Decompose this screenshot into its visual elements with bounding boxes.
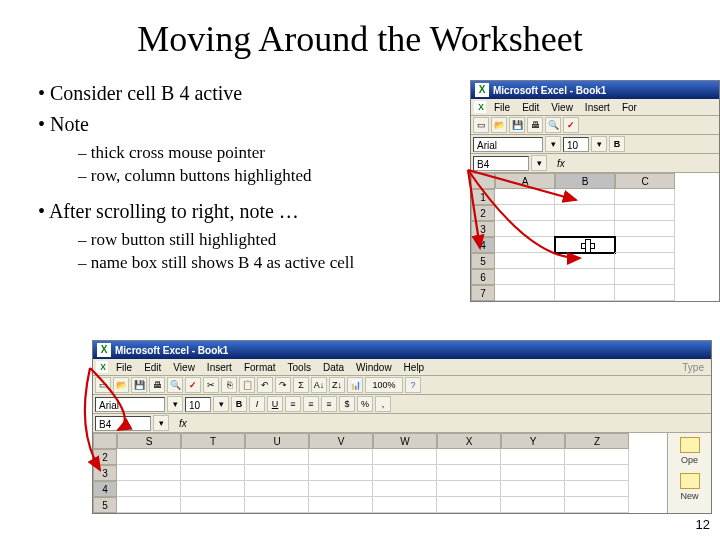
row2-4[interactable]: 4 xyxy=(93,481,117,497)
col-header-b[interactable]: B xyxy=(555,173,615,189)
preview-button[interactable]: 🔍 xyxy=(545,117,561,133)
font-name-dropdown-icon-2[interactable]: ▾ xyxy=(167,396,183,412)
menu2-window[interactable]: Window xyxy=(351,361,397,374)
row2-5[interactable]: 5 xyxy=(93,497,117,513)
slide-body: Consider cell B 4 active Note thick cros… xyxy=(38,80,354,285)
copy-button[interactable]: ⎘ xyxy=(221,377,237,393)
menu2-view[interactable]: View xyxy=(168,361,200,374)
align-right-button[interactable]: ≡ xyxy=(321,396,337,412)
font-size-box[interactable]: 10 xyxy=(563,137,589,152)
row2-2[interactable]: 2 xyxy=(93,449,117,465)
col2-v[interactable]: V xyxy=(309,433,373,449)
spell-button-2[interactable]: ✓ xyxy=(185,377,201,393)
menu2-format[interactable]: Format xyxy=(239,361,281,374)
font-size-box-2[interactable]: 10 xyxy=(185,397,211,412)
redo-button[interactable]: ↷ xyxy=(275,377,291,393)
row-header-6[interactable]: 6 xyxy=(471,269,495,285)
bold-button-2[interactable]: B xyxy=(231,396,247,412)
font-name-dropdown-icon[interactable]: ▾ xyxy=(545,136,561,152)
align-left-button[interactable]: ≡ xyxy=(285,396,301,412)
title-bar-text-2: Microsoft Excel - Book1 xyxy=(115,345,228,356)
select-all-corner[interactable] xyxy=(471,173,495,189)
font-name-box-2[interactable]: Arial xyxy=(95,397,165,412)
preview-button-2[interactable]: 🔍 xyxy=(167,377,183,393)
currency-button[interactable]: $ xyxy=(339,396,355,412)
row-header-2[interactable]: 2 xyxy=(471,205,495,221)
col-header-a[interactable]: A xyxy=(495,173,555,189)
col2-z[interactable]: Z xyxy=(565,433,629,449)
col-header-c[interactable]: C xyxy=(615,173,675,189)
select-all-corner-2[interactable] xyxy=(93,433,117,449)
new-button-2[interactable]: ▭ xyxy=(95,377,111,393)
col2-x[interactable]: X xyxy=(437,433,501,449)
save-button[interactable]: 💾 xyxy=(509,117,525,133)
taskpane-new[interactable]: New xyxy=(680,473,700,501)
excel-app-icon: X xyxy=(475,83,489,97)
menu-file[interactable]: File xyxy=(489,101,515,114)
subbullet-1b: row, column buttons highlighted xyxy=(78,165,354,188)
mouse-pointer-cross-icon xyxy=(581,239,593,251)
open-button-2[interactable]: 📂 xyxy=(113,377,129,393)
undo-button[interactable]: ↶ xyxy=(257,377,273,393)
new-button[interactable]: ▭ xyxy=(473,117,489,133)
open-button[interactable]: 📂 xyxy=(491,117,507,133)
col2-y[interactable]: Y xyxy=(501,433,565,449)
cell-b4-active[interactable] xyxy=(555,237,615,253)
menu2-edit[interactable]: Edit xyxy=(139,361,166,374)
fx-label-2[interactable]: fx xyxy=(179,418,187,429)
name-box[interactable]: B4 xyxy=(473,156,529,171)
menu2-insert[interactable]: Insert xyxy=(202,361,237,374)
sort-asc-button[interactable]: A↓ xyxy=(311,377,327,393)
row-header-1[interactable]: 1 xyxy=(471,189,495,205)
row-header-4[interactable]: 4 xyxy=(471,237,495,253)
fx-label[interactable]: fx xyxy=(557,158,565,169)
chart-button[interactable]: 📊 xyxy=(347,377,363,393)
zoom-box[interactable]: 100% xyxy=(365,377,403,393)
row2-3[interactable]: 3 xyxy=(93,465,117,481)
help-button[interactable]: ? xyxy=(405,377,421,393)
cut-button[interactable]: ✂ xyxy=(203,377,219,393)
col2-t[interactable]: T xyxy=(181,433,245,449)
font-size-dropdown-icon[interactable]: ▾ xyxy=(591,136,607,152)
print-button-2[interactable]: 🖶 xyxy=(149,377,165,393)
row-header-5[interactable]: 5 xyxy=(471,253,495,269)
name-box-dropdown-icon[interactable]: ▾ xyxy=(531,155,547,171)
menu2-file[interactable]: File xyxy=(111,361,137,374)
help-hint[interactable]: Type xyxy=(677,361,709,374)
row-header-3[interactable]: 3 xyxy=(471,221,495,237)
col2-w[interactable]: W xyxy=(373,433,437,449)
name-box-2[interactable]: B4 xyxy=(95,416,151,431)
menu-bar-2: X File Edit View Insert Format Tools Dat… xyxy=(93,359,711,376)
italic-button[interactable]: I xyxy=(249,396,265,412)
menu-edit[interactable]: Edit xyxy=(517,101,544,114)
title-bar-text: Microsoft Excel - Book1 xyxy=(493,85,606,96)
formula-bar: B4 ▾ fx xyxy=(471,154,719,173)
underline-button[interactable]: U xyxy=(267,396,283,412)
percent-button[interactable]: % xyxy=(357,396,373,412)
menu2-tools[interactable]: Tools xyxy=(283,361,316,374)
slide-title: Moving Around the Worksheet xyxy=(0,18,720,60)
col2-u[interactable]: U xyxy=(245,433,309,449)
menu2-data[interactable]: Data xyxy=(318,361,349,374)
bold-button[interactable]: B xyxy=(609,136,625,152)
page-number: 12 xyxy=(696,517,710,532)
col2-s[interactable]: S xyxy=(117,433,181,449)
menu-format[interactable]: For xyxy=(617,101,642,114)
align-center-button[interactable]: ≡ xyxy=(303,396,319,412)
row-header-7[interactable]: 7 xyxy=(471,285,495,301)
name-box-dropdown-icon-2[interactable]: ▾ xyxy=(153,415,169,431)
doc-icon: X xyxy=(474,101,486,113)
comma-button[interactable]: , xyxy=(375,396,391,412)
menu2-help[interactable]: Help xyxy=(399,361,430,374)
sort-desc-button[interactable]: Z↓ xyxy=(329,377,345,393)
taskpane-open[interactable]: Ope xyxy=(680,437,700,465)
save-button-2[interactable]: 💾 xyxy=(131,377,147,393)
spell-button[interactable]: ✓ xyxy=(563,117,579,133)
menu-insert[interactable]: Insert xyxy=(580,101,615,114)
font-name-box[interactable]: Arial xyxy=(473,137,543,152)
paste-button[interactable]: 📋 xyxy=(239,377,255,393)
autosum-button[interactable]: Σ xyxy=(293,377,309,393)
font-size-dropdown-icon-2[interactable]: ▾ xyxy=(213,396,229,412)
print-button[interactable]: 🖶 xyxy=(527,117,543,133)
menu-view[interactable]: View xyxy=(546,101,578,114)
